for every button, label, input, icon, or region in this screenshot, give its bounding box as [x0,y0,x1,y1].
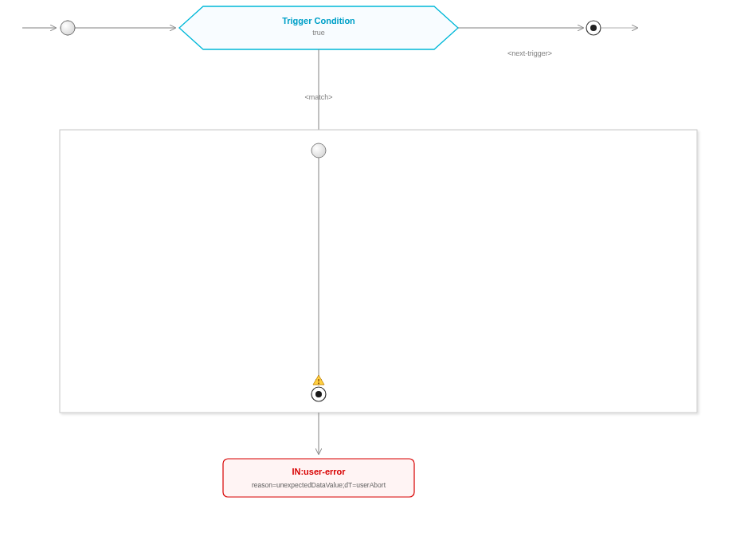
svg-point-1 [590,25,597,31]
svg-point-5 [315,391,322,397]
start-node-circle [61,21,75,35]
error-detail-text: reason=unexpectedDataValue;dT=userAbort [252,481,386,489]
error-node: IN:user-error reason=unexpectedDataValue… [223,459,414,497]
end-node-right [586,21,601,35]
inner-start-node [311,143,326,158]
trigger-condition-node: Trigger Condition true [179,6,458,49]
container-box [60,130,697,413]
edge-label-next-trigger: <next-trigger> [507,49,552,57]
svg-point-3 [318,382,319,384]
trigger-title-text: Trigger Condition [282,16,355,25]
error-title-text: IN:user-error [292,467,346,476]
trigger-value-text: true [312,29,325,37]
edge-label-match: <match> [304,93,332,101]
inner-end-node [311,387,326,401]
svg-rect-6 [223,459,414,497]
